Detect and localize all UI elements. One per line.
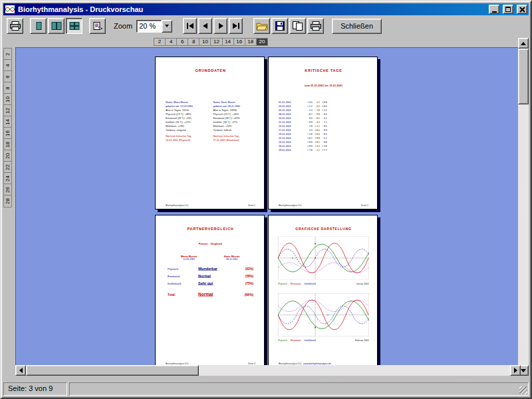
minimize-icon bbox=[492, 11, 497, 13]
ruler-mark: 4 bbox=[166, 39, 177, 45]
text-line: 17.01.2001 (Emotional) bbox=[213, 138, 256, 142]
marker-dot bbox=[327, 315, 329, 316]
vertical-scroll-thumb[interactable] bbox=[518, 49, 529, 104]
page-title: PARTNERVERGLEICH bbox=[156, 227, 265, 231]
page-setup-icon bbox=[92, 22, 103, 31]
values-cell: -78 +12 -95 bbox=[307, 124, 327, 128]
chart-1-legend: Physisch Emotional Intellektuell Januar … bbox=[278, 283, 369, 285]
legend-physical: Physisch bbox=[278, 339, 287, 342]
two-pages-icon bbox=[51, 22, 62, 30]
scroll-up-icon bbox=[521, 39, 526, 45]
cycle-value: Wunderbar bbox=[198, 267, 245, 271]
maximize-button[interactable] bbox=[503, 5, 513, 14]
scroll-right-button[interactable] bbox=[510, 365, 521, 376]
legend-emotional: Emotional bbox=[291, 283, 301, 285]
last-page-icon bbox=[232, 23, 240, 29]
values-cell: -23 -78 +32 bbox=[307, 108, 327, 112]
cycle-percent: (58%) bbox=[245, 275, 253, 278]
page-4-content: GRAFISCHE DARSTELLUNG bbox=[269, 215, 378, 368]
horizontal-scroll-thumb[interactable] bbox=[26, 365, 199, 376]
close-preview-button[interactable]: Schließen bbox=[332, 19, 382, 34]
chart-2-legend: Physisch Emotional Intellektuell Februar… bbox=[278, 339, 369, 342]
minimize-button[interactable] bbox=[489, 5, 499, 14]
save-button[interactable] bbox=[271, 18, 288, 34]
values-cell: +18 +94 -85 bbox=[307, 132, 327, 136]
values-cell: +76 -12 +77 bbox=[307, 148, 327, 152]
footer-text: Biorhythmanalysis 3.0 - bbox=[279, 362, 303, 365]
values-cell: -67 -99 -04 bbox=[307, 112, 327, 116]
partner-birthdate: 08.11.1962 bbox=[211, 258, 254, 261]
cycle-percent: (92%) bbox=[245, 267, 253, 271]
toolbar: Zoom 20 % bbox=[3, 17, 529, 35]
ruler-mark: 6 bbox=[177, 39, 188, 45]
open-button[interactable] bbox=[253, 18, 270, 34]
zoom-value[interactable]: 20 % bbox=[136, 20, 162, 33]
values-cell: +95 +81 -08 bbox=[307, 140, 327, 144]
last-page-button[interactable] bbox=[229, 18, 243, 34]
comparison-row: Physisch: Wunderbar (92%) bbox=[168, 267, 253, 274]
page-footer: Biorhythmanalysis 3.0 - www.biorhythmana… bbox=[279, 362, 368, 365]
ruler-mark: 12 bbox=[4, 105, 11, 116]
text-line: 14.01.2001 (Physisch) bbox=[166, 138, 208, 142]
page-number: Seite 3 bbox=[248, 362, 255, 365]
previous-page-button[interactable] bbox=[198, 18, 212, 34]
preview-page-3[interactable]: PARTNERVERGLEICH Partner - Vergleich Mar… bbox=[155, 215, 265, 368]
ruler-mark: 18 bbox=[245, 39, 257, 45]
values-cell: -94 -81 -41 bbox=[307, 116, 327, 120]
print-button[interactable] bbox=[307, 18, 324, 34]
zoom-label: Zoom bbox=[114, 22, 132, 30]
ruler-mark: 28 bbox=[4, 196, 11, 207]
resize-grip[interactable] bbox=[519, 386, 527, 394]
page-subtitle: Partner - Vergleich bbox=[156, 242, 265, 245]
horizontal-scrollbar[interactable] bbox=[15, 365, 521, 376]
scroll-right-icon bbox=[514, 368, 520, 373]
zoom-combobox[interactable]: 20 % bbox=[136, 20, 172, 33]
page-setup-button[interactable] bbox=[89, 18, 106, 34]
close-window-button[interactable] bbox=[517, 5, 527, 14]
data-table: 01.01.2001+45 -12 +88 03.01.2001+12 -43 … bbox=[279, 100, 368, 152]
next-page-button[interactable] bbox=[213, 18, 227, 34]
chart-2-container bbox=[278, 293, 369, 338]
ruler-mark: 24 bbox=[4, 173, 11, 184]
page-1-content: GRUNDDATEN Name: Maria Muster geboren am… bbox=[156, 57, 265, 209]
biorhythm-chart-2 bbox=[278, 293, 369, 336]
ruler-mark: 8 bbox=[188, 39, 200, 45]
ruler-mark: 26 bbox=[4, 184, 11, 196]
ruler-mark: 22 bbox=[4, 162, 11, 173]
total-row: Total: Normal (68%) bbox=[168, 292, 253, 297]
footer-text: Biorhythmanalysis 3.0 bbox=[166, 362, 188, 365]
status-panel bbox=[69, 382, 529, 396]
maximize-icon bbox=[505, 7, 511, 12]
preview-page-2[interactable]: KRITISCHE TAGE vom 01.01.2001 bis 31.01.… bbox=[268, 57, 378, 209]
preview-viewport: GRUNDDATEN Name: Maria Muster geboren am… bbox=[15, 47, 521, 365]
ruler-mark: 20 bbox=[257, 39, 267, 45]
total-percent: (68%) bbox=[245, 293, 253, 297]
vertical-scrollbar[interactable] bbox=[518, 38, 529, 376]
cycle-label: Physisch: bbox=[168, 267, 198, 271]
footer-text: Biorhythmanalysis 3.0 - www.biorhythmana… bbox=[279, 362, 331, 365]
title-bar[interactable]: Biorhythmanalysis - Druckvorschau bbox=[3, 3, 529, 15]
cycle-value: Normal bbox=[198, 274, 245, 278]
preview-page-1[interactable]: GRUNDDATEN Name: Maria Muster geboren am… bbox=[155, 57, 265, 209]
first-page-icon bbox=[186, 23, 194, 29]
first-page-button[interactable] bbox=[183, 18, 197, 34]
preview-page-4[interactable]: GRAFISCHE DARSTELLUNG bbox=[268, 215, 378, 368]
biorhythm-chart-1 bbox=[278, 237, 369, 280]
page-footer: Biorhythmanalysis 3.0 Seite 3 bbox=[166, 362, 255, 365]
page-status-panel: Seite: 3 von 9 bbox=[3, 382, 67, 396]
one-page-view-button[interactable] bbox=[30, 18, 47, 34]
print-setup-button[interactable] bbox=[7, 18, 23, 34]
comparison-row: Emotional: Normal (58%) bbox=[168, 274, 253, 281]
values-cell: +99 +43 +38 bbox=[307, 144, 327, 148]
zoom-dropdown-button[interactable] bbox=[162, 20, 172, 33]
copy-button[interactable] bbox=[289, 18, 306, 34]
person-2-column: Name: Hans Muster geboren am: 08.11.1962… bbox=[213, 100, 256, 142]
two-pages-view-button[interactable] bbox=[48, 18, 65, 34]
ruler-mark: 16 bbox=[234, 39, 245, 45]
values-cell: +12 -43 +65 bbox=[307, 104, 327, 108]
scroll-left-button[interactable] bbox=[15, 365, 26, 376]
legend-emotional: Emotional bbox=[291, 339, 301, 342]
scroll-up-button[interactable] bbox=[518, 38, 529, 49]
four-pages-view-button[interactable] bbox=[66, 18, 82, 34]
ruler-mark: 18 bbox=[4, 139, 11, 150]
